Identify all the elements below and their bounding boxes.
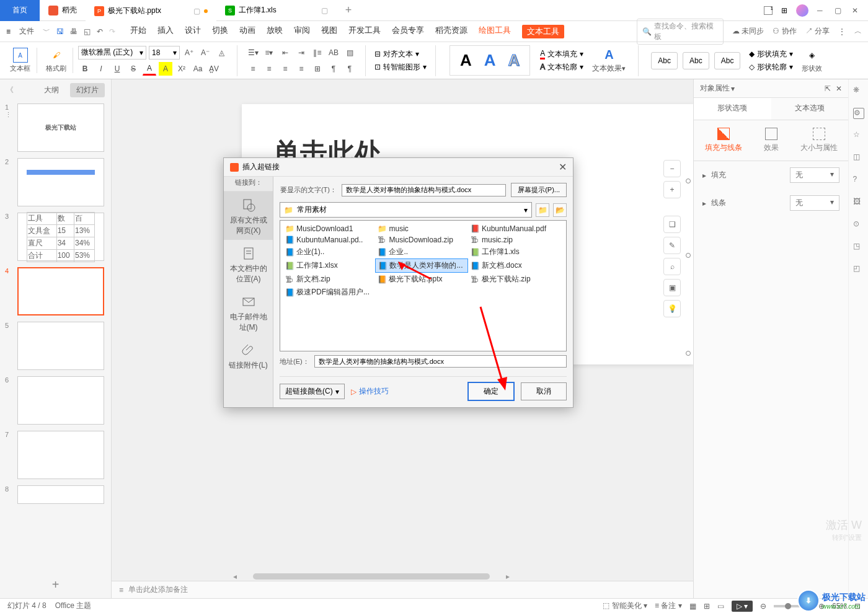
view-sorter-icon[interactable]: ⊞	[704, 602, 710, 611]
side-location-icon[interactable]: ⊙	[853, 219, 864, 231]
font-select[interactable]: 微软雅黑 (正文)▾	[78, 46, 146, 60]
pen-icon[interactable]: ✎	[663, 237, 681, 254]
avatar[interactable]	[796, 4, 808, 17]
tab-daoke[interactable]: 稻壳	[40, 0, 86, 21]
redo-icon[interactable]: ↷	[109, 27, 115, 36]
close-icon[interactable]: ✕	[852, 6, 861, 15]
beautify-button[interactable]: ⬚ 智能美化 ▾	[603, 601, 647, 611]
format-painter-group[interactable]: 🖌 格式刷	[42, 48, 73, 73]
indent-left-button[interactable]: ⇤	[278, 46, 292, 60]
file-list[interactable]: 📁MusicDownload1📁music📕KubuntuManual.pdf📘…	[280, 220, 567, 351]
file-item[interactable]: 📘极速PDF编辑器用户...	[283, 286, 375, 299]
layers-icon[interactable]: ❑	[663, 216, 681, 233]
char-spacing-button[interactable]: A͍V	[207, 62, 221, 76]
tab-start[interactable]: 开始	[130, 25, 146, 38]
tab-transition[interactable]: 切换	[212, 25, 228, 38]
shape-fill-button[interactable]: ◆ 形状填充 ▾	[749, 49, 793, 60]
side-cloud-icon[interactable]: ◫	[853, 152, 864, 164]
slide-thumb-8[interactable]: 8	[5, 485, 106, 504]
tab-pptx[interactable]: P 极光下载站.pptx ▢	[86, 0, 216, 21]
file-item[interactable]: 🗜极光下载站.zip	[468, 273, 560, 286]
display-text-input[interactable]	[342, 184, 506, 196]
slide-thumb-2[interactable]: 2	[5, 158, 106, 206]
horizontal-scrollbar[interactable]: ◂ ▸	[229, 572, 513, 581]
line-spacing-button[interactable]: ‖≡	[311, 46, 324, 60]
bullets-button[interactable]: ☰▾	[246, 46, 260, 60]
add-slide-button[interactable]: +	[0, 571, 111, 598]
file-item[interactable]: 📁music	[375, 223, 467, 234]
file-item[interactable]: 📘新文档.docx	[468, 258, 560, 273]
indent-right-button[interactable]: ⇥	[294, 46, 308, 60]
tab-xls[interactable]: S 工作簿1.xls ▢	[216, 0, 337, 21]
tab-member[interactable]: 会员专享	[392, 25, 424, 38]
share-button[interactable]: ↗ 分享	[805, 26, 830, 37]
ltr-button[interactable]: ¶	[343, 62, 356, 76]
smart-graphic-button[interactable]: ⊡ 转智能图形 ▾	[374, 62, 427, 73]
side-settings-icon[interactable]: ⚙	[853, 108, 864, 119]
hamburger-icon[interactable]: ≡	[6, 27, 11, 36]
tab-insert[interactable]: 插入	[157, 25, 174, 38]
wordart-style-3[interactable]: A	[508, 51, 520, 70]
slide-thumb-6[interactable]: 6	[5, 376, 106, 425]
shape-style-1[interactable]: Abc	[651, 52, 678, 69]
slide-thumb-7[interactable]: 7	[5, 431, 106, 479]
notes-button[interactable]: ≡ 备注 ▾	[655, 601, 682, 611]
side-image-icon[interactable]: 🖾	[853, 197, 864, 208]
undo-icon[interactable]: ↶	[97, 27, 103, 36]
wordart-style-1[interactable]: A	[460, 51, 472, 70]
search-input[interactable]: 🔍 查找命令、搜索模板	[637, 19, 724, 45]
notes-bar[interactable]: ≡ 单击此处添加备注	[112, 581, 693, 598]
minimize-icon[interactable]: ─	[817, 6, 826, 15]
file-menu[interactable]: 文件	[17, 26, 37, 37]
wordart-gallery[interactable]: A A A	[450, 45, 530, 76]
link-document-button[interactable]: 本文档中的位置(A)	[224, 240, 273, 288]
screen-tip-button[interactable]: 屏幕提示(P)...	[511, 183, 567, 197]
dialog-close-icon[interactable]: ✕	[559, 161, 567, 173]
file-item[interactable]: 📘数学是人类对事物的...	[375, 258, 467, 273]
effect-tab[interactable]: 效果	[764, 128, 779, 153]
link-attach-button[interactable]: 链接附件(L)	[224, 337, 273, 374]
view-normal-icon[interactable]: ▦	[689, 602, 696, 611]
view-reading-icon[interactable]: ▭	[717, 602, 724, 611]
font-color-button[interactable]: A	[143, 62, 156, 76]
file-item[interactable]: 📙极光下载站.pptx	[375, 273, 467, 286]
text-fill-button[interactable]: A 文本填充 ▾	[540, 49, 583, 60]
new-tab-button[interactable]: +	[337, 0, 361, 21]
coop-button[interactable]: ⚇ 协作	[773, 26, 796, 37]
tab-devtools[interactable]: 开发工具	[348, 25, 381, 38]
zoom-in-icon[interactable]: +	[663, 181, 681, 198]
zoom-out-icon[interactable]: ⊖	[760, 602, 766, 611]
tab-slideshow[interactable]: 放映	[267, 25, 283, 38]
expand-icon[interactable]: ▸	[702, 199, 706, 208]
bold-button[interactable]: B	[78, 62, 92, 76]
shape-style-3[interactable]: Abc	[714, 52, 741, 69]
sync-button[interactable]: ☁ 未同步	[732, 26, 764, 37]
side-help-icon[interactable]: ?	[853, 175, 864, 186]
close-panel-icon[interactable]: ✕	[836, 84, 842, 93]
maximize-icon[interactable]: ▢	[835, 6, 843, 15]
superscript-button[interactable]: X²	[175, 62, 188, 76]
idea-icon[interactable]: 💡	[663, 300, 681, 317]
file-item[interactable]: 📕KubuntuManual.pdf	[468, 223, 560, 234]
chevron-down-icon[interactable]: ﹀	[43, 26, 50, 37]
eyedropper-icon[interactable]: ⌕	[663, 258, 681, 275]
tab-menu-icon[interactable]: ▢	[321, 6, 328, 15]
size-props-tab[interactable]: 大小与属性	[800, 128, 838, 153]
expand-icon[interactable]: ▸	[702, 171, 706, 180]
rtl-button[interactable]: ¶	[327, 62, 340, 76]
file-item[interactable]: 🗜新文档.zip	[283, 273, 375, 286]
columns-button[interactable]: ▤	[343, 46, 356, 60]
slides-tab[interactable]: 幻灯片	[70, 83, 105, 97]
text-options-tab[interactable]: 文本选项	[771, 98, 849, 120]
link-color-button[interactable]: 超链接颜色(C) ▾	[280, 384, 345, 399]
decrease-font-icon[interactable]: A⁻	[198, 46, 212, 60]
outline-tab[interactable]: 大纲	[38, 83, 65, 97]
browse-icon[interactable]: 📂	[553, 203, 567, 217]
folder-select[interactable]: 📁 常用素材 ▾	[280, 202, 532, 218]
slide-thumb-1[interactable]: 1⋮极光下载站	[5, 104, 106, 152]
textbox-group[interactable]: A 文本框	[6, 48, 37, 73]
clear-format-icon[interactable]: ◬	[215, 46, 228, 60]
tips-link[interactable]: ▷操作技巧	[351, 386, 389, 397]
shape-effect-button[interactable]: ◈ 形状效	[798, 48, 826, 73]
selection-handle[interactable]	[686, 351, 691, 356]
